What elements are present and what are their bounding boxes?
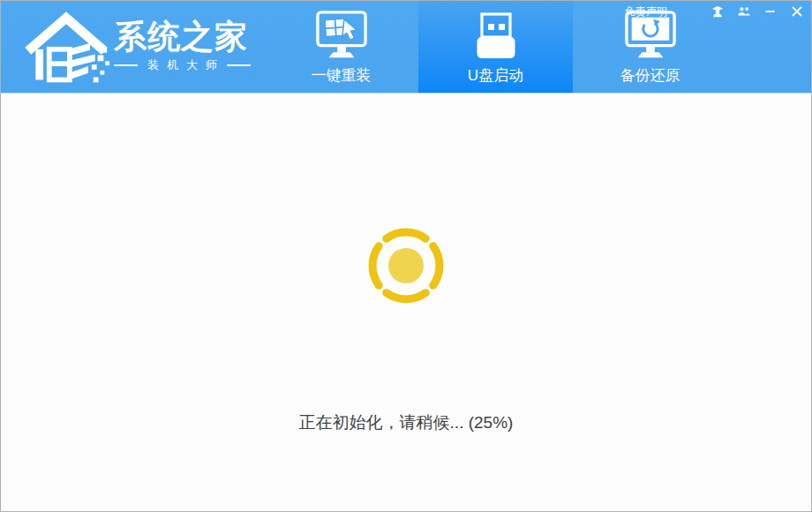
titlebar-controls: 免责声明 bbox=[625, 4, 803, 19]
app-header: 系统之家 装机大师 bbox=[1, 1, 811, 94]
logo-text: 系统之家 装机大师 bbox=[114, 20, 251, 74]
disclaimer-link[interactable]: 免责声明 bbox=[625, 4, 667, 19]
close-icon[interactable] bbox=[790, 5, 803, 19]
monitor-windows-cursor-icon bbox=[314, 10, 369, 61]
usb-drive-icon bbox=[476, 11, 516, 61]
service-person-icon[interactable] bbox=[710, 5, 724, 19]
house-pixels-icon bbox=[22, 6, 110, 84]
tab-one-key-reinstall[interactable]: 一键重装 bbox=[264, 1, 418, 93]
brand-title: 系统之家 bbox=[114, 20, 251, 55]
tab-label-usb-boot: U盘启动 bbox=[468, 65, 523, 86]
user-group-icon[interactable] bbox=[737, 5, 750, 19]
minimize-icon[interactable] bbox=[763, 5, 777, 19]
brand-subtitle: 装机大师 bbox=[114, 57, 251, 73]
loading-spinner bbox=[365, 225, 447, 306]
subtitle-left-line bbox=[114, 64, 138, 66]
status-message: 正在初始化，请稍候... (25%) bbox=[1, 411, 811, 434]
subtitle-right-line bbox=[227, 64, 251, 66]
tab-label-reinstall: 一键重装 bbox=[312, 65, 372, 86]
subtitle-text: 装机大师 bbox=[147, 57, 225, 73]
app-window: 系统之家 装机大师 bbox=[0, 0, 812, 512]
app-logo: 系统之家 装机大师 bbox=[22, 6, 251, 84]
tab-label-backup-restore: 备份还原 bbox=[620, 65, 680, 86]
tab-usb-boot[interactable]: U盘启动 bbox=[418, 1, 573, 93]
